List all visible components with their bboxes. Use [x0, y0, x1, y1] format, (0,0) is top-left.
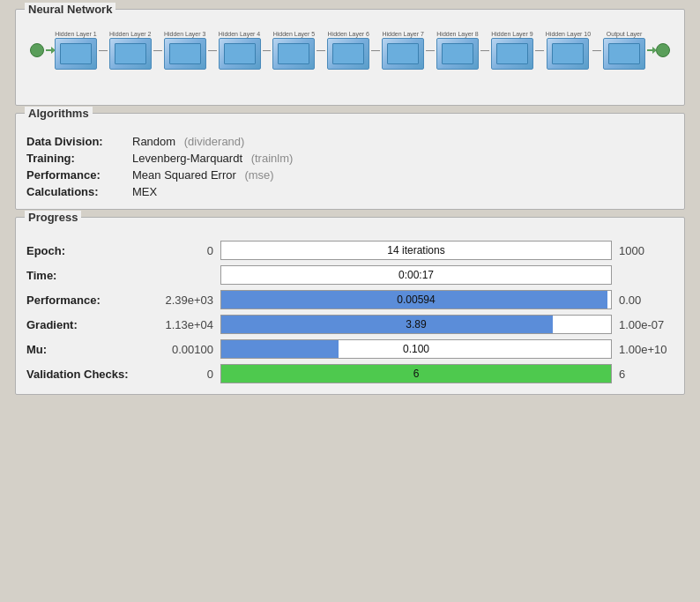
prog-bar-4: 0.100 — [220, 339, 612, 359]
algo-value-3: MEX — [132, 185, 674, 198]
neural-network-panel: Neural Network Hidden Layer 1 Hidden Lay… — [15, 9, 685, 106]
nn-block-8: Hidden Layer 8 — [436, 31, 479, 70]
nn-diagram: Hidden Layer 1 Hidden Layer 2 Hidden Lay… — [26, 26, 674, 75]
prog-start-4: 0.00100 — [150, 343, 220, 356]
nn-input-node — [30, 43, 44, 57]
neural-network-title: Neural Network — [25, 3, 115, 16]
prog-bar-text-2: 0.00594 — [221, 291, 611, 308]
algo-label-2: Performance: — [26, 168, 132, 182]
prog-bar-2: 0.00594 — [220, 290, 612, 309]
prog-bar-text-3: 3.89 — [221, 316, 611, 333]
algo-value-2: Mean Squared Error (mse) — [132, 168, 674, 182]
nn-arrow-end — [647, 49, 654, 51]
algorithms-title: Algorithms — [25, 107, 93, 120]
nn-block-6: Hidden Layer 6 — [327, 31, 369, 70]
prog-bar-text-1: 0:00:17 — [221, 266, 611, 284]
prog-label-3: Gradient: — [26, 318, 150, 331]
prog-bar-text-0: 14 iterations — [221, 242, 611, 259]
nn-block-11: Output Layer — [603, 31, 645, 70]
algo-value-0: Random (dividerand) — [132, 135, 674, 148]
algo-label-1: Training: — [26, 152, 132, 165]
nn-arrow-0 — [46, 49, 53, 51]
prog-end-4: 1.00e+10 — [612, 343, 674, 356]
prog-start-2: 2.39e+03 — [150, 294, 220, 307]
main-container: Neural Network Hidden Layer 1 Hidden Lay… — [15, 9, 685, 395]
prog-start-0: 0 — [150, 244, 220, 257]
progress-table: Epoch:014 iterations1000Time:0:00:17Perf… — [26, 241, 674, 383]
nn-block-1: Hidden Layer 1 — [55, 31, 97, 70]
prog-label-2: Performance: — [26, 294, 150, 307]
algo-value-1: Levenberg-Marquardt (trainlm) — [132, 152, 674, 165]
nn-output-node — [656, 43, 670, 57]
prog-label-4: Mu: — [26, 343, 150, 356]
prog-bar-text-5: 6 — [221, 365, 611, 383]
prog-start-3: 1.13e+04 — [150, 318, 220, 331]
nn-block-5: Hidden Layer 5 — [272, 31, 315, 70]
prog-bar-text-4: 0.100 — [221, 340, 611, 358]
prog-end-3: 1.00e-07 — [612, 318, 674, 331]
algorithms-panel: Algorithms Data Division: Random (divide… — [15, 113, 685, 210]
prog-end-5: 6 — [612, 368, 674, 381]
progress-panel: Progress Epoch:014 iterations1000Time:0:… — [15, 217, 685, 395]
nn-output-circle — [656, 43, 670, 57]
prog-bar-3: 3.89 — [220, 315, 612, 334]
prog-label-5: Validation Checks: — [26, 368, 150, 381]
prog-bar-5: 6 — [220, 364, 612, 383]
prog-bar-1: 0:00:17 — [220, 265, 612, 285]
progress-title: Progress — [25, 211, 81, 224]
nn-block-7: Hidden Layer 7 — [382, 31, 424, 70]
prog-label-0: Epoch: — [26, 244, 150, 257]
prog-label-1: Time: — [26, 269, 150, 282]
algo-label-3: Calculations: — [26, 185, 132, 198]
algorithms-table: Data Division: Random (dividerand) Train… — [26, 135, 674, 198]
nn-block-3: Hidden Layer 3 — [164, 31, 206, 70]
prog-start-5: 0 — [150, 368, 220, 381]
prog-bar-0: 14 iterations — [220, 241, 612, 260]
nn-input-circle — [30, 43, 44, 57]
nn-block-9: Hidden Layer 9 — [491, 31, 533, 70]
nn-block-2: Hidden Layer 2 — [109, 31, 152, 70]
nn-block-4: Hidden Layer 4 — [219, 31, 261, 70]
prog-end-2: 0.00 — [612, 294, 674, 307]
prog-end-0: 1000 — [612, 244, 674, 257]
nn-block-10: Hidden Layer 10 — [546, 31, 591, 70]
algo-label-0: Data Division: — [26, 135, 132, 148]
